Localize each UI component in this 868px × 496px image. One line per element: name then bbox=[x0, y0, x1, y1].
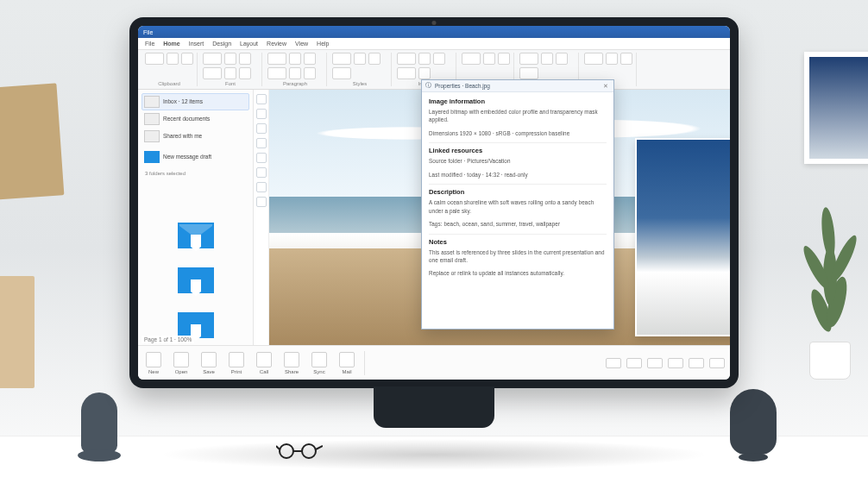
ribbon-button[interactable] bbox=[203, 53, 222, 65]
app-menu-file[interactable]: File bbox=[143, 29, 153, 35]
sync-button[interactable]: Sync bbox=[309, 350, 330, 376]
ribbon-tab[interactable]: Home bbox=[163, 41, 179, 47]
ribbon-button[interactable] bbox=[332, 67, 351, 79]
ribbon-button[interactable] bbox=[289, 67, 301, 79]
ribbon-button[interactable] bbox=[304, 67, 316, 79]
ribbon-button[interactable] bbox=[368, 53, 381, 65]
button-label: Share bbox=[285, 369, 299, 374]
ribbon-button[interactable] bbox=[397, 67, 416, 79]
ribbon-button[interactable] bbox=[620, 53, 632, 65]
button-label: New bbox=[148, 369, 159, 374]
ribbon-button[interactable] bbox=[239, 53, 251, 65]
share-icon bbox=[284, 352, 299, 367]
sidebar: Inbox · 12 itemsRecent documentsShared w… bbox=[138, 90, 254, 345]
sidebar-item[interactable]: Inbox · 12 items bbox=[142, 93, 249, 110]
ribbon-tab[interactable]: Design bbox=[212, 41, 231, 47]
tool-button[interactable] bbox=[256, 197, 267, 207]
tool-button[interactable] bbox=[256, 153, 267, 163]
ribbon-button[interactable] bbox=[332, 53, 351, 65]
dialog-titlebar[interactable]: ⓘ Properties · Beach.jpg ✕ bbox=[422, 80, 613, 92]
decor-glasses bbox=[276, 443, 323, 460]
ribbon-button[interactable] bbox=[203, 67, 222, 79]
sidebar-item[interactable]: Shared with me bbox=[142, 128, 249, 145]
ribbon-button[interactable] bbox=[224, 67, 236, 79]
thumb-icon bbox=[144, 96, 160, 108]
ribbon-button[interactable] bbox=[181, 53, 193, 65]
ribbon-tab[interactable]: Layout bbox=[240, 41, 258, 47]
ribbon-button[interactable] bbox=[418, 53, 431, 65]
button-label: Sync bbox=[313, 369, 324, 374]
mail-folder-icon[interactable] bbox=[176, 219, 216, 252]
view-mode-button[interactable] bbox=[606, 358, 621, 368]
ribbon-button[interactable] bbox=[289, 53, 301, 65]
folder-stack bbox=[142, 219, 249, 342]
ribbon-button[interactable] bbox=[433, 53, 445, 65]
ribbon-tab[interactable]: View bbox=[295, 41, 308, 47]
button-label: Print bbox=[231, 369, 242, 374]
tool-button[interactable] bbox=[256, 94, 267, 104]
dialog-heading: Image information bbox=[429, 97, 607, 105]
mail-folder-icon[interactable] bbox=[176, 264, 216, 297]
sidebar-item[interactable]: Recent documents bbox=[142, 110, 249, 128]
ribbon-group: Paragraph bbox=[264, 53, 327, 86]
ribbon-button[interactable] bbox=[483, 53, 495, 65]
svg-point-7 bbox=[302, 444, 316, 458]
view-mode-button[interactable] bbox=[626, 358, 642, 368]
dialog-body: Image information Layered bitmap with em… bbox=[422, 92, 613, 329]
tool-button[interactable] bbox=[256, 182, 267, 192]
bottom-toolbar: NewOpenSavePrintCallShareSyncMail bbox=[138, 345, 730, 380]
ribbon-button[interactable] bbox=[354, 53, 366, 65]
status-text: Page 1 of 1 · 100% bbox=[142, 336, 194, 343]
ribbon-button[interactable] bbox=[584, 53, 603, 65]
mail-button[interactable]: Mail bbox=[337, 350, 357, 376]
ribbon-button[interactable] bbox=[498, 53, 510, 65]
ribbon-button[interactable] bbox=[397, 53, 416, 65]
ribbon-button[interactable] bbox=[519, 53, 538, 65]
sidebar-item-label: New message draft bbox=[163, 154, 247, 160]
ribbon-tab[interactable]: Review bbox=[267, 41, 286, 47]
tool-button[interactable] bbox=[256, 109, 267, 119]
decor-plant bbox=[801, 121, 861, 380]
bottom-right-controls bbox=[606, 358, 725, 368]
ribbon-button[interactable] bbox=[519, 67, 538, 79]
ribbon-button[interactable] bbox=[541, 53, 553, 65]
print-button[interactable]: Print bbox=[226, 350, 247, 376]
decor-folder bbox=[0, 83, 64, 201]
ribbon-button[interactable] bbox=[462, 53, 481, 65]
zoom-in-button[interactable] bbox=[689, 358, 704, 368]
tool-button[interactable] bbox=[256, 123, 267, 134]
dialog-heading: Description bbox=[429, 188, 607, 196]
ribbon-button[interactable] bbox=[239, 67, 251, 79]
close-icon[interactable]: ✕ bbox=[601, 82, 610, 91]
ribbon-button[interactable] bbox=[145, 53, 164, 65]
folder-open-icon bbox=[173, 352, 189, 367]
desktop-wallpaper-peek bbox=[635, 138, 730, 336]
ribbon-button[interactable] bbox=[304, 53, 316, 65]
ribbon-tab[interactable]: File bbox=[145, 41, 154, 47]
ribbon-tab[interactable]: Insert bbox=[189, 41, 204, 47]
ribbon-group-label: Font bbox=[203, 81, 258, 86]
ribbon-button[interactable] bbox=[267, 67, 286, 79]
decor-lamp bbox=[69, 367, 129, 461]
info-icon: ⓘ bbox=[425, 82, 431, 90]
tool-button[interactable] bbox=[256, 138, 267, 148]
folder-open-button[interactable]: Open bbox=[171, 350, 192, 376]
ribbon-button[interactable] bbox=[167, 53, 179, 65]
tool-button[interactable] bbox=[256, 167, 267, 178]
share-button[interactable]: Share bbox=[281, 350, 302, 376]
zoom-out-button[interactable] bbox=[668, 358, 683, 368]
ribbon-button[interactable] bbox=[606, 53, 618, 65]
ribbon-button[interactable] bbox=[224, 53, 236, 65]
settings-button[interactable] bbox=[709, 358, 725, 368]
file-button[interactable]: New bbox=[143, 350, 164, 376]
ribbon-button[interactable] bbox=[418, 67, 431, 79]
ribbon-tab[interactable]: Help bbox=[317, 41, 329, 47]
ribbon-button[interactable] bbox=[267, 53, 286, 65]
vertical-toolbar bbox=[254, 90, 269, 345]
view-mode-button[interactable] bbox=[647, 358, 663, 368]
sidebar-item-label: Shared with me bbox=[163, 133, 247, 140]
save-button[interactable]: Save bbox=[198, 350, 219, 376]
sidebar-mail-row[interactable]: New message draft bbox=[142, 148, 249, 166]
phone-button[interactable]: Call bbox=[254, 350, 274, 376]
ribbon-button[interactable] bbox=[556, 53, 568, 65]
